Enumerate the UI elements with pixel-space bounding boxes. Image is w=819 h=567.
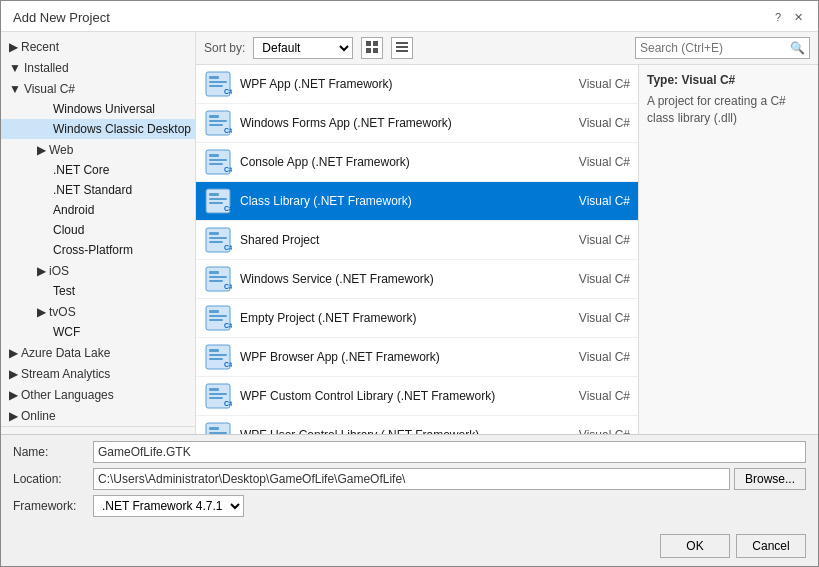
svg-text:C#: C# (224, 166, 232, 173)
project-icon: C# (204, 70, 232, 98)
sidebar-item-web[interactable]: ▶ Web (1, 139, 195, 160)
project-area: C# WPF App (.NET Framework)Visual C# C# … (196, 65, 818, 434)
sidebar-item-stream-analytics[interactable]: ▶ Stream Analytics (1, 363, 195, 384)
left-bottom: Not finding what you are looking for? Op… (1, 426, 195, 434)
online-arrow: ▶ (9, 409, 18, 423)
project-list-item[interactable]: C# WPF Custom Control Library (.NET Fram… (196, 377, 638, 416)
sidebar-item-ios[interactable]: ▶ iOS (1, 260, 195, 281)
project-list-item[interactable]: C# Windows Forms App (.NET Framework)Vis… (196, 104, 638, 143)
svg-rect-4 (396, 42, 408, 44)
svg-rect-49 (209, 393, 227, 395)
browse-button[interactable]: Browse... (734, 468, 806, 490)
project-list-item[interactable]: C# Windows Service (.NET Framework)Visua… (196, 260, 638, 299)
azure-arrow: ▶ (9, 346, 18, 360)
project-list-item[interactable]: C# Console App (.NET Framework)Visual C# (196, 143, 638, 182)
help-button[interactable]: ? (770, 9, 786, 25)
grid-icon (365, 40, 379, 57)
project-language: Visual C# (550, 233, 630, 247)
svg-rect-0 (366, 41, 371, 46)
close-button[interactable]: ✕ (790, 9, 806, 25)
location-input[interactable] (93, 468, 730, 490)
project-language: Visual C# (550, 272, 630, 286)
sidebar-item-online[interactable]: ▶ Online (1, 405, 195, 426)
sidebar-item-tvos[interactable]: ▶ tvOS (1, 301, 195, 322)
wcf-label: WCF (51, 325, 80, 339)
list-view-button[interactable] (391, 37, 413, 59)
svg-rect-29 (209, 237, 227, 239)
project-list-item[interactable]: C# WPF Browser App (.NET Framework)Visua… (196, 338, 638, 377)
sidebar-item-windows-classic[interactable]: Windows Classic Desktop (1, 119, 195, 139)
sidebar-item-azure-data-lake[interactable]: ▶ Azure Data Lake (1, 342, 195, 363)
svg-rect-25 (209, 202, 223, 204)
sidebar-item-visual-csharp[interactable]: ▼ Visual C# (1, 78, 195, 99)
name-input[interactable] (93, 441, 806, 463)
type-label: Type: (647, 73, 678, 87)
project-list-item[interactable]: C# Shared ProjectVisual C# (196, 221, 638, 260)
svg-rect-54 (209, 432, 227, 434)
project-icon: C# (204, 382, 232, 410)
project-language: Visual C# (550, 350, 630, 364)
project-icon: C# (204, 304, 232, 332)
search-input[interactable] (640, 41, 790, 55)
stream-label: Stream Analytics (21, 367, 110, 381)
recent-arrow: ▶ (9, 40, 18, 54)
svg-rect-8 (209, 76, 219, 79)
project-name: Shared Project (240, 233, 550, 247)
project-list-item[interactable]: C# Class Library (.NET Framework)Visual … (196, 182, 638, 221)
project-name: Class Library (.NET Framework) (240, 194, 550, 208)
svg-rect-10 (209, 85, 223, 87)
sidebar-item-net-core[interactable]: .NET Core (1, 160, 195, 180)
project-list-item[interactable]: C# Empty Project (.NET Framework)Visual … (196, 299, 638, 338)
sidebar-item-installed[interactable]: ▼ Installed (1, 57, 195, 78)
type-description: A project for creating a C# class librar… (647, 93, 810, 127)
sort-select[interactable]: Default (253, 37, 353, 59)
cancel-button[interactable]: Cancel (736, 534, 806, 558)
sidebar-item-net-standard[interactable]: .NET Standard (1, 180, 195, 200)
recent-label: Recent (21, 40, 59, 54)
sidebar-item-android[interactable]: Android (1, 200, 195, 220)
framework-select[interactable]: .NET Framework 4.7.1 (93, 495, 244, 517)
svg-rect-20 (209, 163, 223, 165)
project-language: Visual C# (550, 77, 630, 91)
project-name: Empty Project (.NET Framework) (240, 311, 550, 325)
net-core-label: .NET Core (51, 163, 109, 177)
svg-rect-18 (209, 154, 219, 157)
bottom-form: Name: Location: Browse... Framework: .NE… (1, 434, 818, 528)
cross-platform-label: Cross-Platform (51, 243, 133, 257)
framework-row: Framework: .NET Framework 4.7.1 (13, 495, 806, 517)
title-bar: Add New Project ? ✕ (1, 1, 818, 32)
web-label: Web (49, 143, 73, 157)
svg-rect-24 (209, 198, 227, 200)
svg-rect-14 (209, 120, 227, 122)
project-icon: C# (204, 148, 232, 176)
grid-view-button[interactable] (361, 37, 383, 59)
azure-label: Azure Data Lake (21, 346, 110, 360)
sidebar-item-cross-platform[interactable]: Cross-Platform (1, 240, 195, 260)
ok-button[interactable]: OK (660, 534, 730, 558)
list-icon (395, 40, 409, 57)
sidebar-item-wcf[interactable]: WCF (1, 322, 195, 342)
sidebar-item-recent[interactable]: ▶ Recent (1, 36, 195, 57)
svg-text:C#: C# (224, 322, 232, 329)
sidebar-item-cloud[interactable]: Cloud (1, 220, 195, 240)
sort-label: Sort by: (204, 41, 245, 55)
visual-csharp-label: Visual C# (24, 82, 75, 96)
project-icon: C# (204, 343, 232, 371)
visual-csharp-arrow: ▼ (9, 82, 21, 96)
project-list-item[interactable]: C# WPF User Control Library (.NET Framew… (196, 416, 638, 434)
svg-rect-15 (209, 124, 223, 126)
svg-rect-33 (209, 271, 219, 274)
android-label: Android (51, 203, 94, 217)
sidebar-item-windows-universal[interactable]: Windows Universal (1, 99, 195, 119)
sidebar-item-other-languages[interactable]: ▶ Other Languages (1, 384, 195, 405)
svg-rect-9 (209, 81, 227, 83)
sidebar-item-test[interactable]: Test (1, 281, 195, 301)
type-title: Type: Visual C# (647, 73, 810, 87)
svg-rect-35 (209, 280, 223, 282)
project-list-item[interactable]: C# WPF App (.NET Framework)Visual C# (196, 65, 638, 104)
svg-rect-30 (209, 241, 223, 243)
other-arrow: ▶ (9, 388, 18, 402)
other-label: Other Languages (21, 388, 114, 402)
project-icon: C# (204, 109, 232, 137)
project-name: Console App (.NET Framework) (240, 155, 550, 169)
